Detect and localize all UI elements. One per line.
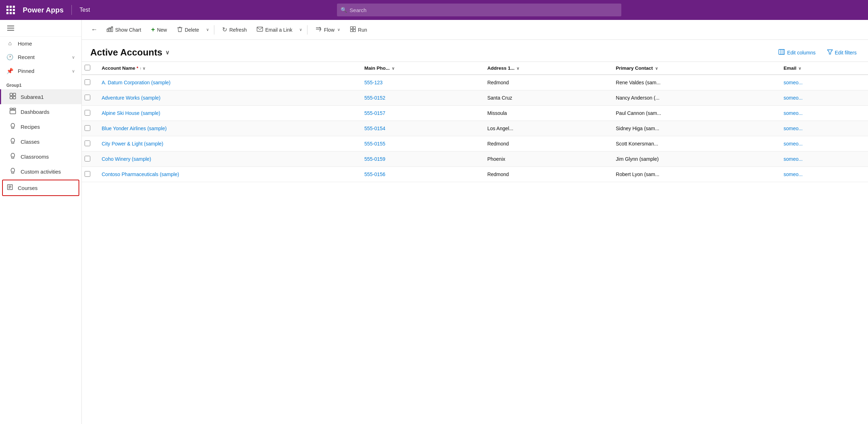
row-select-checkbox[interactable]	[85, 110, 90, 116]
row-checkbox-cell[interactable]	[82, 152, 96, 167]
flow-label: Flow	[324, 27, 334, 33]
show-chart-button[interactable]: Show Chart	[102, 24, 145, 35]
address1-cell: Missoula	[482, 106, 610, 121]
edit-columns-button[interactable]: Edit columns	[776, 48, 818, 57]
email-chevron-button[interactable]: ∨	[298, 25, 304, 34]
col-header-address1[interactable]: Address 1... ∨	[482, 62, 610, 75]
run-button[interactable]: Run	[346, 24, 371, 35]
filter-icon	[827, 49, 833, 56]
main-phone-cell[interactable]: 555-0155	[359, 136, 482, 152]
row-select-checkbox[interactable]	[85, 156, 90, 161]
sidebar-item-pinned[interactable]: 📌 Pinned ∨	[0, 64, 81, 78]
sort-icons[interactable]: ↑ ∨	[140, 66, 146, 70]
sidebar-item-recipes[interactable]: Recipes	[0, 119, 81, 134]
toolbar-divider	[307, 25, 307, 35]
col-header-primary-contact[interactable]: Primary Contact ∨	[610, 62, 778, 75]
row-select-checkbox[interactable]	[85, 141, 90, 146]
col-header-account-name[interactable]: Account Name * ↑ ∨	[96, 62, 359, 75]
chevron-down-icon: ∨	[798, 66, 801, 70]
row-checkbox-cell[interactable]	[82, 90, 96, 106]
col-header-main-phone[interactable]: Main Pho... ∨	[359, 62, 482, 75]
row-select-checkbox[interactable]	[85, 171, 90, 177]
account-name-cell[interactable]: Blue Yonder Airlines (sample)	[96, 121, 359, 136]
primary-contact-cell: Scott Konersman...	[610, 136, 778, 152]
show-chart-label: Show Chart	[115, 27, 141, 33]
back-button[interactable]: ←	[87, 24, 101, 36]
account-name-cell[interactable]: A. Datum Corporation (sample)	[96, 75, 359, 90]
email-cell[interactable]: someo...	[778, 152, 868, 167]
main-phone-cell[interactable]: 555-123	[359, 75, 482, 90]
hamburger-button[interactable]	[5, 23, 16, 33]
row-checkbox-cell[interactable]	[82, 136, 96, 152]
flow-button[interactable]: Flow ∨	[311, 24, 344, 35]
select-all-checkbox[interactable]	[85, 65, 90, 70]
row-select-checkbox[interactable]	[85, 79, 90, 85]
search-input[interactable]	[337, 4, 621, 16]
sidebar-dashboards-label: Dashboards	[21, 109, 75, 115]
account-name-cell[interactable]: Adventure Works (sample)	[96, 90, 359, 106]
sidebar-item-classes[interactable]: Classes	[0, 134, 81, 149]
email-link-button[interactable]: Email a Link	[252, 25, 296, 35]
email-cell[interactable]: someo...	[778, 106, 868, 121]
primary-contact-cell: Jim Glynn (sample)	[610, 152, 778, 167]
row-checkbox-cell[interactable]	[82, 167, 96, 182]
account-name-cell[interactable]: Coho Winery (sample)	[96, 152, 359, 167]
delete-button[interactable]: Delete	[173, 24, 203, 36]
table-row: City Power & Light (sample) 555-0155 Red…	[82, 136, 868, 152]
email-link-label: Email a Link	[265, 27, 292, 33]
email-cell[interactable]: someo...	[778, 136, 868, 152]
main-phone-cell[interactable]: 555-0157	[359, 106, 482, 121]
row-checkbox-cell[interactable]	[82, 106, 96, 121]
row-checkbox-cell[interactable]	[82, 121, 96, 136]
svg-rect-24	[353, 30, 355, 32]
delete-chevron-button[interactable]: ∨	[205, 25, 210, 34]
row-checkbox-cell[interactable]	[82, 75, 96, 90]
email-cell[interactable]: someo...	[778, 75, 868, 90]
row-select-checkbox[interactable]	[85, 95, 90, 100]
address1-cell: Redmond	[482, 167, 610, 182]
app-grid-button[interactable]	[4, 4, 17, 16]
view-title-chevron-icon: ∨	[165, 49, 170, 56]
account-name-cell[interactable]: Contoso Pharmaceuticals (sample)	[96, 167, 359, 182]
new-button[interactable]: + New	[147, 24, 171, 36]
row-select-checkbox[interactable]	[85, 125, 90, 131]
custom-activities-icon	[9, 168, 16, 175]
view-title[interactable]: Active Accounts ∨	[90, 47, 170, 58]
email-cell[interactable]: someo...	[778, 167, 868, 182]
sidebar-item-recent[interactable]: 🕐 Recent ∨	[0, 50, 81, 64]
account-name-cell[interactable]: Alpine Ski House (sample)	[96, 106, 359, 121]
sidebar-classrooms-label: Classrooms	[21, 154, 75, 160]
classrooms-icon	[9, 153, 16, 160]
refresh-button[interactable]: ↻ Refresh	[218, 24, 251, 36]
svg-rect-5	[13, 108, 16, 110]
main-phone-cell[interactable]: 555-0154	[359, 121, 482, 136]
email-cell[interactable]: someo...	[778, 121, 868, 136]
chart-icon	[107, 26, 113, 33]
table-row: Adventure Works (sample) 555-0152 Santa …	[82, 90, 868, 106]
svg-rect-0	[10, 93, 12, 96]
sidebar-item-custom-activities[interactable]: Custom activities	[0, 164, 81, 179]
recipes-icon	[9, 123, 16, 131]
email-icon	[257, 27, 263, 33]
svg-rect-4	[10, 108, 12, 110]
sidebar-item-home[interactable]: ⌂ Home	[0, 37, 81, 50]
sidebar-item-subarea1[interactable]: Subarea1	[0, 89, 81, 104]
refresh-icon: ↻	[222, 26, 227, 33]
col-header-email[interactable]: Email ∨	[778, 62, 868, 75]
email-cell[interactable]: someo...	[778, 90, 868, 106]
new-label: New	[157, 27, 167, 33]
sidebar-custom-activities-label: Custom activities	[21, 169, 75, 175]
main-phone-cell[interactable]: 555-0159	[359, 152, 482, 167]
sidebar-item-dashboards[interactable]: Dashboards	[0, 104, 81, 119]
svg-rect-2	[10, 96, 12, 99]
svg-rect-6	[10, 110, 16, 114]
main-phone-cell[interactable]: 555-0152	[359, 90, 482, 106]
sidebar-item-classrooms[interactable]: Classrooms	[0, 149, 81, 164]
main-phone-cell[interactable]: 555-0156	[359, 167, 482, 182]
sidebar-item-courses[interactable]: Courses	[2, 180, 79, 196]
address1-cell: Redmond	[482, 75, 610, 90]
account-name-cell[interactable]: City Power & Light (sample)	[96, 136, 359, 152]
edit-filters-button[interactable]: Edit filters	[824, 48, 859, 57]
select-all-header[interactable]	[82, 62, 96, 75]
svg-rect-25	[779, 49, 784, 54]
